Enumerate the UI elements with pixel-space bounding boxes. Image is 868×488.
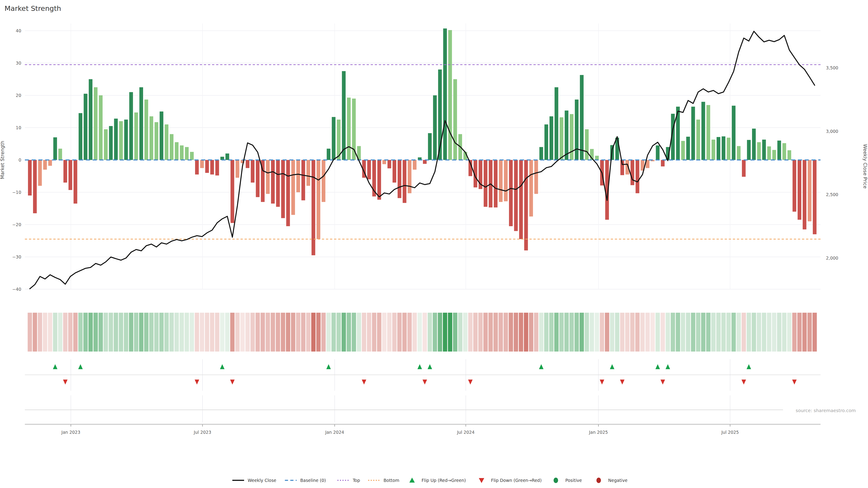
- heatmap-cell: [423, 313, 427, 352]
- flip-up-icon: [665, 364, 670, 369]
- heatmap-cell: [337, 313, 341, 352]
- heatmap-cell: [463, 313, 467, 352]
- negative-strength-bar: [534, 160, 538, 194]
- positive-strength-bar: [175, 142, 178, 160]
- positive-strength-bar: [352, 98, 355, 160]
- heatmap-cell: [321, 313, 326, 352]
- heatmap-cell: [767, 313, 771, 352]
- positive-strength-bar: [109, 126, 113, 160]
- negative-strength-bar: [296, 160, 300, 192]
- heatmap-cell: [706, 313, 710, 352]
- heatmap-cell: [301, 313, 305, 352]
- heatmap-cell: [721, 313, 725, 352]
- left-axis-tick: 40: [16, 28, 21, 33]
- heatmap-cell: [499, 313, 503, 352]
- heatmap-cell: [78, 313, 83, 352]
- source-note: source: sharemaestro.com: [796, 408, 856, 413]
- heatmap-cell: [625, 313, 629, 352]
- heatmap-cell: [225, 313, 229, 352]
- right-axis-tick: 3,000: [826, 129, 838, 134]
- negative-strength-bar: [33, 160, 37, 213]
- positive-strength-bar: [691, 107, 695, 160]
- heatmap-cell: [630, 313, 634, 352]
- heatmap-cell: [246, 313, 250, 352]
- positive-strength-bar: [722, 136, 725, 160]
- heatmap-cell: [478, 313, 483, 352]
- heatmap-cell: [377, 313, 381, 352]
- flip-up-icon: [428, 364, 432, 369]
- heatmap-cell: [407, 313, 412, 352]
- positive-strength-bar: [124, 120, 128, 160]
- negative-strength-bar: [246, 160, 249, 168]
- positive-strength-bar: [140, 87, 143, 160]
- left-axis-tick: −20: [12, 222, 21, 227]
- heatmap-cell: [610, 313, 614, 352]
- flip-down-icon: [362, 380, 366, 385]
- heatmap-cell: [473, 313, 477, 352]
- positive-strength-bar: [545, 125, 548, 160]
- positive-strength-bar: [114, 119, 118, 160]
- negative-strength-bar: [504, 160, 507, 201]
- negative-strength-bar: [382, 160, 386, 164]
- negative-strength-bar: [403, 160, 406, 203]
- heatmap-cell: [514, 313, 518, 352]
- negative-strength-bar: [630, 160, 634, 185]
- positive-strength-bar: [155, 122, 158, 160]
- positive-strength-bar: [686, 137, 690, 160]
- heatmap-cell: [124, 313, 128, 352]
- heatmap-cell: [53, 313, 57, 352]
- heatmap-cell: [757, 313, 761, 352]
- flip-up-icon: [610, 364, 614, 369]
- heatmap-cell: [524, 313, 528, 352]
- heatmap-cell: [747, 313, 751, 352]
- positive-strength-bar: [433, 95, 437, 160]
- heatmap-cell: [129, 313, 133, 352]
- negative-strength-bar: [388, 160, 391, 168]
- positive-strength-bar: [327, 149, 330, 160]
- flip-down-icon: [230, 380, 235, 385]
- heatmap-cell: [448, 313, 452, 352]
- heatmap-cell: [519, 313, 523, 352]
- flip-down-icon: [620, 380, 625, 385]
- positive-strength-bar: [782, 143, 786, 160]
- flip-up-icon: [747, 364, 751, 369]
- heatmap-cell: [210, 313, 214, 352]
- heatmap-cell: [48, 313, 52, 352]
- negative-strength-bar: [661, 160, 664, 166]
- flip-down-icon: [792, 380, 797, 385]
- heatmap-cell: [266, 313, 270, 352]
- positive-strength-bar: [58, 149, 62, 160]
- positive-strength-bar: [170, 134, 174, 160]
- positive-strength-bar: [180, 145, 184, 160]
- heatmap-cell: [38, 313, 42, 352]
- negative-strength-bar: [499, 160, 502, 202]
- heatmap-cell: [382, 313, 386, 352]
- heatmap-cell: [600, 313, 604, 352]
- positive-strength-bar: [185, 147, 188, 160]
- heatmap-cell: [489, 313, 493, 352]
- legend-item-label: Bottom: [383, 478, 399, 483]
- negative-strength-bar: [377, 160, 381, 200]
- heatmap-cell: [33, 313, 37, 352]
- heatmap-cell: [215, 313, 219, 352]
- negative-strength-bar: [43, 160, 47, 170]
- positive-strength-bar: [53, 137, 57, 160]
- heatmap-cell: [255, 313, 260, 352]
- heatmap-cell: [68, 313, 72, 352]
- positive-strength-bar: [747, 140, 751, 160]
- heatmap-cell: [250, 313, 255, 352]
- heatmap-cell: [559, 313, 563, 352]
- heatmap-cell: [742, 313, 746, 352]
- positive-strength-bar: [767, 147, 771, 160]
- negative-strength-bar: [509, 160, 513, 226]
- positive-strength-bar: [696, 120, 700, 160]
- heatmap-cell: [84, 313, 88, 352]
- heatmap-cell: [347, 313, 351, 352]
- negative-strength-bar: [398, 160, 401, 198]
- positive-strength-bar: [560, 117, 563, 160]
- left-axis-tick: 0: [19, 158, 21, 162]
- positive-strength-bar: [656, 145, 659, 160]
- positive-strength-bar: [347, 98, 350, 160]
- heatmap-cell: [103, 313, 108, 352]
- positive-strength-bar: [702, 102, 705, 160]
